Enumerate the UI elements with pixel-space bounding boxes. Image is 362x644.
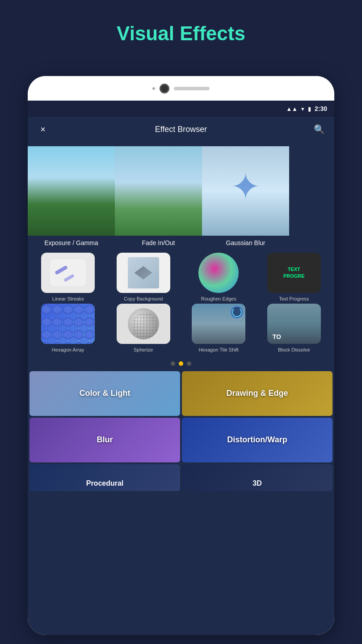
effect-thumb-text: TEXTPROGRE	[267, 253, 321, 293]
signal-icon: ▲▲	[286, 106, 298, 112]
partial-label-procedural: Procedural	[86, 479, 124, 487]
category-label-drawing: Drawing & Edge	[226, 389, 288, 398]
phone-top-area	[28, 76, 334, 101]
bottom-partial-categories: Procedural 3D	[28, 464, 334, 493]
search-button[interactable]: 🔍	[311, 121, 327, 137]
wifi-icon: ▾	[301, 106, 304, 112]
category-label-distortion: Distortion/Warp	[227, 435, 287, 445]
effect-thumb-blockdissolve	[267, 304, 321, 344]
list-item[interactable]: Copy Background	[107, 253, 181, 302]
svg-rect-3	[41, 304, 95, 344]
page-title: Visual Effects	[0, 0, 362, 58]
category-3d[interactable]: 3D	[182, 464, 333, 491]
status-bar: ▲▲ ▾ ▮ 2:30	[28, 101, 334, 117]
list-item[interactable]: ✦ Gaussian Blur	[202, 146, 289, 250]
list-item[interactable]: Hexagon Tile Shift	[182, 304, 256, 353]
effect-thumb-hexarray	[41, 304, 95, 344]
search-icon: 🔍	[314, 124, 325, 135]
list-item[interactable]: TEXTPROGRE Text Progress	[257, 253, 331, 302]
phone-dot	[152, 87, 155, 90]
list-item[interactable]: Spherize	[107, 304, 181, 353]
effect-label-hextile: Hexagon Tile Shift	[199, 347, 239, 353]
list-item[interactable]: Block Dissolve	[257, 304, 331, 353]
effect-label-exposure: Exposure / Gamma	[42, 236, 100, 250]
category-drawing-edge[interactable]: Drawing & Edge	[182, 371, 333, 416]
copy-inner	[128, 257, 159, 288]
effect-label-copy: Copy Background	[124, 296, 163, 302]
list-item[interactable]: Hexagon Array	[31, 304, 105, 353]
effect-label-spherize: Spherize	[134, 347, 153, 353]
page-indicators	[28, 359, 334, 369]
effect-thumb-hextile	[192, 304, 245, 344]
battery-icon: ▮	[308, 106, 311, 112]
linear-inner	[50, 259, 86, 286]
phone-frame: ▲▲ ▾ ▮ 2:30 × Effect Browser 🔍 Exposure …	[28, 76, 334, 635]
phone-speaker	[174, 87, 210, 90]
category-blur[interactable]: Blur	[29, 418, 180, 462]
category-procedural[interactable]: Procedural	[29, 464, 180, 491]
phone-camera	[160, 84, 169, 93]
spherize-ball	[128, 308, 159, 339]
effect-thumb-fade	[115, 146, 202, 236]
list-item[interactable]: Fade In/Out	[115, 146, 202, 250]
effect-thumb-linear	[41, 253, 95, 293]
text-inner: TEXTPROGRE	[283, 266, 305, 280]
effect-thumb-copy	[117, 253, 170, 293]
effect-thumb-spherize	[117, 304, 170, 344]
partial-label-3d: 3D	[253, 479, 261, 487]
effect-label-text: Text Progress	[279, 296, 309, 302]
category-label-color-light: Color & Light	[80, 389, 130, 398]
effects-grid: Linear Streaks Copy Background Roughen E…	[28, 250, 334, 359]
horizontal-effects-row: Exposure / Gamma Fade In/Out ✦ Gaussian …	[28, 142, 334, 250]
page-dot-2[interactable]	[179, 361, 183, 366]
effect-label-gaussian: Gaussian Blur	[224, 236, 267, 250]
effect-thumb-gaussian: ✦	[202, 146, 289, 236]
category-color-light[interactable]: Color & Light	[29, 371, 180, 416]
category-distortion[interactable]: Distortion/Warp	[182, 418, 333, 462]
effect-thumb-exposure	[28, 146, 115, 236]
app-bar-title: Effect Browser	[155, 125, 207, 134]
effect-label-linear: Linear Streaks	[52, 296, 84, 302]
list-item[interactable]: Exposure / Gamma	[28, 146, 115, 250]
close-icon: ×	[40, 124, 46, 135]
effect-label-blockdissolve: Block Dissolve	[278, 347, 310, 353]
close-button[interactable]: ×	[35, 121, 51, 137]
app-content: Exposure / Gamma Fade In/Out ✦ Gaussian …	[28, 142, 334, 635]
category-grid: Color & Light Drawing & Edge Blur Distor…	[28, 369, 334, 464]
page-dot-3[interactable]	[187, 361, 191, 366]
effect-thumb-roughen	[198, 253, 239, 293]
app-bar: × Effect Browser 🔍	[28, 117, 334, 142]
category-label-blur: Blur	[97, 435, 113, 445]
effect-label-hexarray: Hexagon Array	[52, 347, 84, 353]
status-time: 2:30	[315, 105, 327, 112]
page-dot-1[interactable]	[171, 361, 175, 366]
effect-label-fade: Fade In/Out	[140, 236, 177, 250]
list-item[interactable]: Linear Streaks	[31, 253, 105, 302]
list-item[interactable]: Roughen Edges	[182, 253, 256, 302]
effect-label-roughen: Roughen Edges	[201, 296, 236, 302]
